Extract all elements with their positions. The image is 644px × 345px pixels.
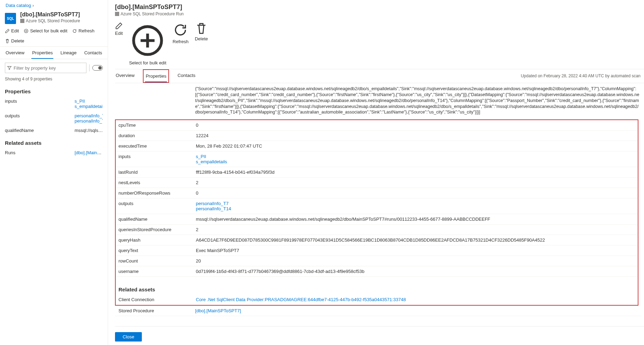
tab-contacts[interactable]: Contacts xyxy=(84,47,103,59)
breadcrumb: Data catalog› xyxy=(0,0,108,8)
left-header: SQL [dbo].[MainSPToSPT7] Azure SQL Store… xyxy=(0,8,108,26)
link-personalinfo-1[interactable]: personalInfo_T xyxy=(75,113,103,118)
link-output-t14[interactable]: personalInfo_T14 xyxy=(196,206,635,211)
divider xyxy=(89,64,90,71)
right-toolbar: Edit Select for bulk edit Refresh Delete xyxy=(115,18,644,69)
filter-icon xyxy=(7,65,12,70)
json-blob: {"Source":"mssql://sqlserverdatascaneus2… xyxy=(115,83,641,118)
key-outputs: outputs xyxy=(116,201,196,211)
entity-type-icon xyxy=(115,12,119,16)
key-qualifiedname: qualifiedName xyxy=(116,217,196,222)
tab-overview[interactable]: Overview xyxy=(5,47,25,59)
val-nestlevels: 2 xyxy=(196,180,638,185)
prop-row-inputs: inputs s_PIIs_empalldetails xyxy=(0,96,108,111)
val-querytext: Exec MainSPToSPT7 xyxy=(196,248,638,253)
close-button[interactable]: Close xyxy=(115,332,142,342)
breadcrumb-root[interactable]: Data catalog xyxy=(6,3,31,8)
chevron-right-icon: › xyxy=(32,3,34,8)
link-run[interactable]: [dbo].[MainSPT xyxy=(75,150,103,155)
key-lastrunid: lastRunId xyxy=(116,170,196,175)
related-assets-heading: Related assets xyxy=(116,277,638,295)
properties-count: Showing 4 of 9 properties xyxy=(0,77,108,84)
link-input-spii[interactable]: s_PII xyxy=(196,154,635,159)
val-duration: 12224 xyxy=(196,133,638,138)
key-username: username xyxy=(116,269,196,274)
left-panel: Data catalog› SQL [dbo].[MainSPToSPT7] A… xyxy=(0,0,108,345)
refresh-button[interactable]: Refresh xyxy=(72,28,94,33)
key-numresponserows: numberOfResponseRows xyxy=(116,190,196,196)
run-subtype: Azure SQL Stored Procedure Run xyxy=(121,11,184,16)
select-bulk-button[interactable]: Select for bulk edit xyxy=(24,28,67,33)
link-input-empall[interactable]: s_empalldetails xyxy=(196,159,635,164)
val-qualifiedname: mssql://sqlserverdatascaneus2euap.databa… xyxy=(196,217,638,222)
key-queriesinsp: queriesInStoredProcedure xyxy=(116,227,196,232)
edit-button[interactable]: Edit xyxy=(115,22,123,65)
key-executedtime: executedTime xyxy=(116,143,196,149)
key-stored-procedure: Stored Procedure xyxy=(115,308,195,313)
filter-input[interactable] xyxy=(5,63,86,73)
refresh-button[interactable]: Refresh xyxy=(172,22,189,65)
val-queriesinsp: 2 xyxy=(196,227,638,232)
delete-button[interactable]: Delete xyxy=(195,22,208,65)
tab-contacts[interactable]: Contacts xyxy=(177,69,196,83)
link-s-empalldetails[interactable]: s_empalldetails xyxy=(75,104,103,109)
val-cputime: 0 xyxy=(196,123,638,128)
prop-row-qualifiedname: qualifiedName mssql://sqlserv xyxy=(0,126,108,135)
prop-row-outputs: outputs personalInfo_TpersonalInfo_T xyxy=(0,111,108,126)
tab-properties[interactable]: Properties xyxy=(31,47,53,59)
val-lastrunid: fff128f8-9cba-4154-b041-ef034a795f3d xyxy=(196,170,638,175)
val-numresponserows: 0 xyxy=(196,190,638,196)
sql-icon: SQL xyxy=(5,13,16,24)
link-personalinfo-2[interactable]: personalInfo_T xyxy=(75,118,103,124)
key-client-connection: Client Connection xyxy=(116,297,196,302)
left-toolbar: Edit Select for bulk edit Refresh Delete xyxy=(0,26,108,47)
val-rowcount: 20 xyxy=(196,258,638,264)
qualified-name-value: mssql://sqlserv xyxy=(75,128,103,133)
tab-properties[interactable]: Properties xyxy=(145,70,167,82)
delete-button[interactable]: Delete xyxy=(5,38,24,44)
link-client-connection[interactable]: Core .Net SqlClient Data Provider:PRASAD… xyxy=(196,297,406,302)
key-cputime: cpuTime xyxy=(116,123,196,128)
section-properties: Properties xyxy=(0,84,108,96)
link-s-pii[interactable]: s_PII xyxy=(75,99,103,104)
key-duration: duration xyxy=(116,133,196,138)
content-scroll[interactable]: {"Source":"mssql://sqlserverdatascaneus2… xyxy=(115,83,644,326)
val-executedtime: Mon, 28 Feb 2022 01:07:47 UTC xyxy=(196,143,638,149)
tab-overview[interactable]: Overview xyxy=(115,69,135,83)
asset-subtype: Azure SQL Stored Procedure xyxy=(26,18,80,23)
asset-title: [dbo].[MainSPToSPT7] xyxy=(20,11,80,18)
link-output-t7[interactable]: personalInfo_T7 xyxy=(196,201,635,206)
updated-timestamp: Updated on February 28, 2022 4:40 AM UTC… xyxy=(521,73,644,78)
key-rowcount: rowCount xyxy=(116,258,196,264)
left-tabs: Overview Properties Lineage Contacts Re xyxy=(0,47,108,59)
key-querytext: queryText xyxy=(116,248,196,253)
val-username: 0d7199f4-1b5d-4f43-8f71-d777b0467369@ddf… xyxy=(196,269,638,274)
select-bulk-button[interactable]: Select for bulk edit xyxy=(129,22,166,65)
link-stored-procedure[interactable]: [dbo].[MainSPToSPT7] xyxy=(195,308,241,313)
key-inputs: inputs xyxy=(116,154,196,164)
edit-button[interactable]: Edit xyxy=(5,28,19,33)
key-queryhash: queryHash xyxy=(116,237,196,243)
right-panel: [dbo].[MainSPToSPT7] Azure SQL Stored Pr… xyxy=(108,0,644,345)
key-nestlevels: nestLevels xyxy=(116,180,196,185)
section-related: Related assets xyxy=(0,135,108,148)
entity-type-icon xyxy=(20,19,24,23)
related-row-runs: Runs [dbo].[MainSPT xyxy=(0,148,108,157)
run-title: [dbo].[MainSPToSPT7] xyxy=(115,3,644,11)
properties-table: cpuTime0 duration12224 executedTimeMon, … xyxy=(115,119,638,306)
val-queryhash: A64CD1AE7F6D9EED087D785300C9981F8919978E… xyxy=(196,237,638,243)
tab-lineage[interactable]: Lineage xyxy=(60,47,77,59)
show-all-toggle[interactable] xyxy=(92,65,103,71)
